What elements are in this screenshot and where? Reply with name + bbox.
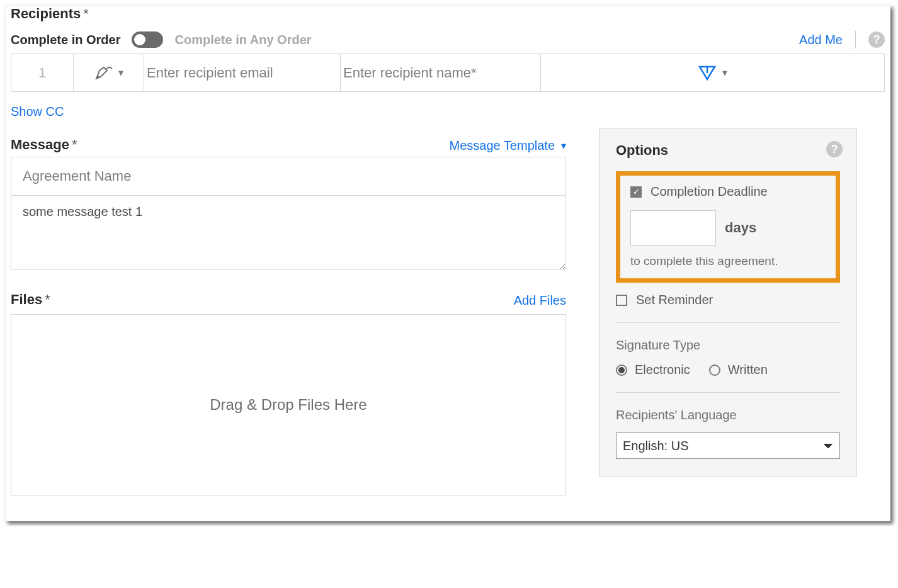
recipients-language-select[interactable]: English: US xyxy=(616,433,840,459)
complete-in-order-label: Complete in Order xyxy=(11,33,120,47)
completion-deadline-checkbox[interactable]: ✓ xyxy=(630,186,642,198)
signature-electronic-radio[interactable] xyxy=(616,365,627,376)
required-asterisk: * xyxy=(83,6,89,21)
deadline-subtext: to complete this agreement. xyxy=(630,254,826,268)
files-column: Files* Add Files Drag & Drop Files Here xyxy=(11,291,566,495)
recipient-name-input[interactable] xyxy=(341,54,540,91)
message-template-label: Message Template xyxy=(450,139,555,153)
files-heading-text: Files xyxy=(11,291,42,307)
required-asterisk: * xyxy=(72,137,77,152)
recipients-heading-text: Recipients xyxy=(11,6,81,21)
deadline-days-label: days xyxy=(725,220,756,236)
help-icon[interactable]: ? xyxy=(826,141,843,157)
message-header: Message* Message Template ▾ xyxy=(11,137,566,153)
divider xyxy=(616,392,840,393)
completion-deadline-highlight: ✓ Completion Deadline days to complete t… xyxy=(616,171,840,283)
chevron-down-icon: ▾ xyxy=(561,140,566,152)
recipient-email-input[interactable] xyxy=(144,54,340,91)
pen-icon xyxy=(94,65,115,81)
recipient-email-cell xyxy=(144,54,341,91)
deadline-days-row: days xyxy=(630,210,826,246)
set-reminder-label: Set Reminder xyxy=(636,293,713,307)
required-asterisk: * xyxy=(45,291,50,307)
message-heading-text: Message xyxy=(11,137,69,152)
signature-written-radio[interactable] xyxy=(709,365,720,376)
signature-type-label: Signature Type xyxy=(616,338,840,353)
dropzone-text: Drag & Drop Files Here xyxy=(210,396,367,414)
help-icon[interactable]: ? xyxy=(868,31,885,48)
lower-columns: Files* Add Files Drag & Drop Files Here … xyxy=(11,291,885,495)
message-template-dropdown[interactable]: Message Template ▾ xyxy=(450,139,567,153)
files-header: Files* Add Files xyxy=(11,291,566,308)
recipients-language-label: Recipients' Language xyxy=(616,408,840,422)
send-icon xyxy=(698,65,716,81)
completion-deadline-label: Completion Deadline xyxy=(651,184,768,199)
signature-electronic-label: Electronic xyxy=(635,363,690,377)
order-left: Complete in Order Complete in Any Order xyxy=(11,31,312,48)
recipient-role-dropdown[interactable]: ▾ xyxy=(74,54,144,91)
set-reminder-row: Set Reminder xyxy=(616,293,840,307)
signature-type-group: Electronic Written xyxy=(616,363,840,377)
add-files-link[interactable]: Add Files xyxy=(514,293,566,308)
agreement-name-input[interactable] xyxy=(11,157,566,196)
chevron-down-icon: ▾ xyxy=(722,67,727,79)
divider xyxy=(855,31,856,48)
recipients-heading: Recipients* xyxy=(11,6,885,22)
message-heading: Message* xyxy=(11,137,77,153)
completion-deadline-row: ✓ Completion Deadline xyxy=(630,184,826,199)
options-panel: ? Options ✓ Completion Deadline days to … xyxy=(599,128,857,477)
order-toggle[interactable] xyxy=(132,31,163,48)
order-row: Complete in Order Complete in Any Order … xyxy=(11,31,885,48)
chevron-down-icon: ▾ xyxy=(118,67,123,79)
set-reminder-checkbox[interactable] xyxy=(616,295,627,306)
deadline-days-input[interactable] xyxy=(630,210,716,246)
signature-written-label: Written xyxy=(728,363,768,377)
message-body: some message test 1 xyxy=(11,157,566,273)
recipient-row: 1 ▾ ▾ xyxy=(11,54,885,92)
add-me-link[interactable]: Add Me xyxy=(799,33,843,47)
files-dropzone[interactable]: Drag & Drop Files Here xyxy=(11,314,566,495)
complete-any-order-label: Complete in Any Order xyxy=(174,33,311,47)
recipient-delivery-dropdown[interactable]: ▾ xyxy=(541,54,884,91)
options-title: Options xyxy=(616,142,840,159)
order-right: Add Me ? xyxy=(799,31,885,48)
files-heading: Files* xyxy=(11,291,50,308)
send-agreement-form: Recipients* Complete in Order Complete i… xyxy=(5,5,890,521)
agreement-message-input[interactable]: some message test 1 xyxy=(11,196,566,270)
recipient-name-cell xyxy=(341,54,541,91)
show-cc-link[interactable]: Show CC xyxy=(11,105,885,119)
divider xyxy=(616,322,840,323)
recipient-index: 1 xyxy=(11,54,74,91)
